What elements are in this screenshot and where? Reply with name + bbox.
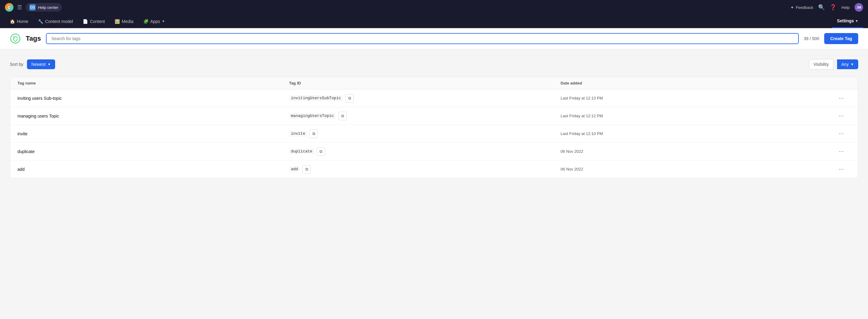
tags-icon bbox=[10, 33, 21, 44]
tag-name: add bbox=[18, 167, 289, 172]
wrench-icon: 🔧 bbox=[38, 19, 43, 24]
tag-id-cell: duplicate ⧉ bbox=[289, 147, 561, 156]
copy-id-button[interactable]: ⧉ bbox=[317, 147, 325, 156]
more-options-button[interactable]: ··· bbox=[836, 165, 846, 173]
more-options-button[interactable]: ··· bbox=[836, 94, 846, 102]
visibility-dropdown[interactable]: Any ▼ bbox=[837, 59, 858, 69]
copy-id-button[interactable]: ⧉ bbox=[345, 94, 354, 102]
tag-count: 39 / 500 bbox=[804, 36, 819, 41]
nav-item-content[interactable]: 📄 Content bbox=[78, 15, 110, 28]
table-row: duplicate duplicate ⧉ 06 Nov 2022 ··· bbox=[10, 143, 858, 160]
table-row: invite invite ⧉ Last Friday at 12:10 PM … bbox=[10, 125, 858, 143]
create-tag-button[interactable]: Create Tag bbox=[824, 33, 858, 44]
feedback-label: Feedback bbox=[796, 5, 813, 10]
col-tag-name: Tag name bbox=[18, 81, 289, 86]
tag-id-cell: invitingUsersSubTopic ⧉ bbox=[289, 94, 561, 102]
table-header: Tag name Tag ID Date added bbox=[10, 77, 858, 89]
nav-item-content-model[interactable]: 🔧 Content model bbox=[33, 15, 78, 28]
media-icon: 🖼️ bbox=[115, 19, 120, 24]
tag-id-cell: managingUsersTopic ⧉ bbox=[289, 112, 561, 120]
table-row: add add ⧉ 06 Nov 2022 ··· bbox=[10, 160, 858, 178]
tag-name: duplicate bbox=[18, 149, 289, 154]
sort-by-label: Sort by bbox=[10, 62, 23, 67]
tag-id-value: duplicate bbox=[289, 149, 314, 154]
visibility-value: Any bbox=[841, 62, 849, 67]
more-options-button[interactable]: ··· bbox=[836, 111, 846, 120]
user-avatar[interactable]: JM bbox=[855, 3, 863, 12]
copy-id-button[interactable]: ⧉ bbox=[309, 129, 318, 138]
svg-point-1 bbox=[14, 38, 15, 39]
tag-name: managing users Topic bbox=[18, 114, 289, 119]
menu-icon[interactable]: ☰ bbox=[17, 4, 22, 11]
chevron-down-icon: ▼ bbox=[855, 19, 858, 23]
copy-icon: ⧉ bbox=[341, 114, 344, 119]
col-tag-id: Tag ID bbox=[289, 81, 561, 86]
more-options-button[interactable]: ··· bbox=[836, 129, 846, 138]
col-actions bbox=[832, 81, 850, 86]
sort-dropdown[interactable]: Newest ▼ bbox=[27, 59, 55, 69]
tag-actions: ··· bbox=[832, 147, 850, 156]
main-content: Sort by Newest ▼ Visibility Any ▼ Tag na… bbox=[0, 49, 868, 188]
tag-id-value: add bbox=[289, 166, 300, 172]
visibility-label: Visibility bbox=[809, 59, 833, 69]
tag-date: Last Friday at 12:12 PM bbox=[560, 114, 832, 118]
app-logo[interactable]: C bbox=[5, 3, 13, 12]
topbar: C ☰ CO Help center ✦ Feedback 🔍 ❓ Help J… bbox=[0, 0, 868, 15]
chevron-down-icon: ▼ bbox=[48, 62, 51, 66]
tag-id-value: managingUsersTopic bbox=[289, 113, 336, 119]
tag-date: 06 Nov 2022 bbox=[560, 167, 832, 171]
feedback-button[interactable]: ✦ Feedback bbox=[790, 5, 813, 10]
nav-item-settings[interactable]: Settings ▼ bbox=[832, 15, 863, 28]
tag-name: invite bbox=[18, 131, 289, 136]
tag-id-cell: add ⧉ bbox=[289, 165, 561, 173]
tag-id-value: invitingUsersSubTopic bbox=[289, 95, 343, 101]
topbar-right: ✦ Feedback 🔍 ❓ Help JM bbox=[790, 3, 863, 12]
workspace-name: Help center bbox=[38, 5, 58, 10]
help-label[interactable]: Help bbox=[841, 5, 849, 10]
more-options-button[interactable]: ··· bbox=[836, 147, 846, 156]
tag-name: inviting users Sub-topic bbox=[18, 96, 289, 101]
tag-actions: ··· bbox=[832, 94, 850, 102]
nav-item-media[interactable]: 🖼️ Media bbox=[110, 15, 138, 28]
copy-id-button[interactable]: ⧉ bbox=[338, 112, 347, 120]
tag-actions: ··· bbox=[832, 129, 850, 138]
tag-id-cell: invite ⧉ bbox=[289, 129, 561, 138]
tag-date: 06 Nov 2022 bbox=[560, 149, 832, 154]
tag-date: Last Friday at 12:13 PM bbox=[560, 96, 832, 100]
copy-icon: ⧉ bbox=[305, 167, 308, 172]
search-input[interactable] bbox=[46, 33, 799, 44]
page-title: Tags bbox=[26, 35, 41, 42]
help-icon: ❓ bbox=[830, 4, 836, 11]
content-icon: 📄 bbox=[83, 19, 88, 24]
nav-item-apps[interactable]: 🧩 Apps ▼ bbox=[138, 15, 170, 28]
sort-value: Newest bbox=[31, 62, 45, 67]
chevron-down-icon: ▼ bbox=[850, 62, 854, 66]
apps-icon: 🧩 bbox=[143, 19, 149, 24]
nav-item-home[interactable]: 🏠 Home bbox=[5, 15, 33, 28]
feedback-icon: ✦ bbox=[790, 5, 794, 10]
help-button[interactable]: ❓ bbox=[830, 4, 836, 11]
tag-id-value: invite bbox=[289, 131, 307, 136]
table-row: inviting users Sub-topic invitingUsersSu… bbox=[10, 89, 858, 107]
copy-icon: ⧉ bbox=[312, 131, 315, 136]
chevron-down-icon: ▼ bbox=[162, 20, 165, 23]
page-header: Tags 39 / 500 Create Tag bbox=[0, 28, 868, 49]
search-button[interactable]: 🔍 bbox=[818, 4, 825, 11]
home-icon: 🏠 bbox=[10, 19, 15, 24]
filter-bar: Sort by Newest ▼ Visibility Any ▼ bbox=[10, 59, 858, 69]
tag-actions: ··· bbox=[832, 111, 850, 120]
table-row: managing users Topic managingUsersTopic … bbox=[10, 107, 858, 125]
workspace-selector[interactable]: CO Help center bbox=[26, 3, 62, 12]
copy-icon: ⧉ bbox=[319, 149, 322, 154]
tag-actions: ··· bbox=[832, 165, 850, 173]
tags-table: Tag name Tag ID Date added inviting user… bbox=[10, 77, 858, 178]
search-icon: 🔍 bbox=[818, 4, 825, 11]
workspace-avatar: CO bbox=[29, 4, 35, 10]
secondary-nav: 🏠 Home 🔧 Content model 📄 Content 🖼️ Medi… bbox=[0, 15, 868, 28]
copy-icon: ⧉ bbox=[348, 96, 351, 101]
col-date-added: Date added bbox=[560, 81, 832, 86]
nav-items: 🏠 Home 🔧 Content model 📄 Content 🖼️ Medi… bbox=[5, 15, 170, 28]
tag-date: Last Friday at 12:10 PM bbox=[560, 131, 832, 136]
copy-id-button[interactable]: ⧉ bbox=[302, 165, 311, 173]
